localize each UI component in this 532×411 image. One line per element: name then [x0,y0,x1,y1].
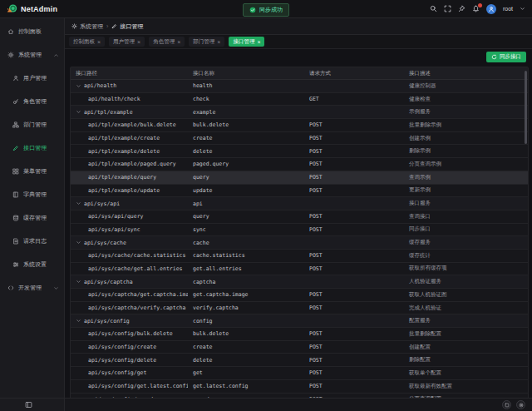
tab-item-active[interactable]: 接口管理× [229,37,264,47]
fullscreen-icon[interactable] [444,5,451,12]
api-description: 查询接口 [409,213,431,220]
table-row[interactable]: api/tpl/example/updateupdatePOST更新示例 [71,185,528,198]
tab-label: 接口管理 [233,38,254,46]
api-description: 批量删除示例 [409,121,441,129]
app-title: NetAdmin [21,5,57,13]
tab-item[interactable]: 部门管理× [189,37,224,47]
sidebar-item-user[interactable]: 用户管理 [0,67,64,90]
row-collapse-caret-icon[interactable] [76,240,81,245]
api-description: 获取人机验证图 [409,291,447,299]
tab-close-icon[interactable]: × [257,39,260,45]
tab-item[interactable]: 角色管理× [149,37,185,47]
sidebar-item-org[interactable]: 部门管理 [0,113,64,136]
tab-label: 部门管理 [193,38,214,46]
pencil-icon [111,23,117,29]
user-avatar[interactable] [486,4,496,14]
row-collapse-caret-icon[interactable] [76,201,81,206]
table-row[interactable]: api/sys/cache/cache.statisticscache.stat… [71,250,528,263]
tab-close-icon[interactable]: × [97,39,101,45]
fab-layout-button[interactable] [502,400,511,409]
api-name: api [193,201,203,207]
row-collapse-caret-icon[interactable] [76,318,81,324]
tab-item[interactable]: 用户管理× [109,37,145,47]
sidebar-item-sliders[interactable]: 系统设置 [0,253,64,276]
table-row[interactable]: api/tpl/example/createcreatePOST创建示例 [71,132,528,146]
tab-bar: 控制面板×用户管理×角色管理×部门管理×接口管理× [65,35,532,49]
column-header-desc: 接口描述 [404,70,528,77]
table-row[interactable]: api/sys/config/get.latest.configget.late… [71,380,528,394]
table-row[interactable]: api/tpl/example/paged.querypaged.queryPO… [71,158,528,171]
table-row[interactable]: api/healthhealth健康控制器 [71,80,528,93]
sidebar-item-home[interactable]: 控制面板 [0,20,64,43]
table-row[interactable]: api/sys/config/bulk.deletebulk.deletePOS… [71,328,528,341]
table-row[interactable]: api/sys/captchacaptcha人机验证服务 [71,275,528,289]
api-name: paged.query [193,161,229,167]
table-row[interactable]: api/tpl/example/bulk.deletebulk.deletePO… [71,119,528,132]
api-name: delete [193,357,212,364]
api-method: POST [309,265,323,272]
sidebar-item-gear[interactable]: 系统管理 [0,43,64,67]
api-name: config [193,318,212,324]
api-method: POST [309,369,323,376]
row-collapse-caret-icon[interactable] [76,109,81,115]
table-row[interactable]: api/sys/captcha/verify.captchaverify.cap… [71,302,528,315]
api-description: 示例服务 [409,108,431,116]
tab-close-icon[interactable]: × [177,39,180,45]
gear-icon [7,52,14,58]
refresh-icon [491,54,497,60]
app-logo[interactable]: NetAdmin [7,3,57,14]
api-name: captcha [193,279,215,285]
sidebar-item-code[interactable]: 开发管理 [0,276,64,300]
sidebar-item-database[interactable]: 缓存管理 [0,206,64,230]
table-row[interactable]: api/sys/cache/get.all.entriesget.all.ent… [71,263,528,276]
grid-icon [12,168,19,175]
table-header-row: 接口路径 接口名称 请求方式 接口描述 [71,67,528,80]
sidebar-item-key[interactable]: 角色管理 [0,90,64,113]
api-path: api/sys/captcha/verify.captcha [88,305,185,311]
search-icon[interactable] [430,5,437,12]
table-row[interactable]: api/sys/cachecache缓存服务 [71,236,528,250]
table-row[interactable]: api/sys/config/createcreatePOST创建配置 [71,341,528,354]
api-path: api/tpl/example/paged.query [88,161,176,167]
breadcrumb-item[interactable]: 接口管理 [111,22,143,31]
user-menu-chevron-down-icon[interactable] [520,6,525,12]
tab-close-icon[interactable]: × [137,39,140,45]
breadcrumb-item[interactable]: 系统管理 [71,22,103,31]
table-row[interactable]: api/tpl/example/deletedeletePOST删除示例 [71,145,528,158]
table-row[interactable]: api/sys/captcha/get.captcha.imageget.cap… [71,289,528,302]
table-row[interactable]: api/sys/apiapi接口服务 [71,197,528,210]
sidebar-item-label: 菜单管理 [23,167,47,176]
tab-item[interactable]: 控制面板× [69,37,105,47]
book-icon [12,191,19,198]
notifications-bell-icon[interactable] [472,5,480,12]
api-description: 更新示例 [409,186,431,194]
sidebar-item-document[interactable]: 请求日志 [0,230,64,253]
api-name: sync [193,226,206,233]
collapse-sidebar-icon[interactable] [25,401,32,409]
api-description: 健康控制器 [409,82,436,90]
row-collapse-caret-icon[interactable] [76,279,81,285]
table-row[interactable]: api/health/checkcheckGET健康检查 [71,93,528,106]
fab-settings-button[interactable] [516,400,525,409]
current-user-name[interactable]: root [503,6,513,12]
api-path: api/sys/cache/cache.statistics [88,252,185,259]
row-collapse-caret-icon[interactable] [76,83,81,89]
table-row[interactable]: api/sys/config/getgetPOST获取单个配置 [71,367,528,380]
table-row[interactable]: api/tpl/exampleexample示例服务 [71,106,528,119]
api-name: verify.captcha [193,305,239,311]
table-row[interactable]: api/sys/api/queryqueryPOST查询接口 [71,210,528,224]
sidebar: 控制面板系统管理用户管理角色管理部门管理接口管理菜单管理字典管理缓存管理请求日志… [0,18,65,398]
api-name: check [193,96,209,102]
table-row[interactable]: api/sys/config/deletedeletePOST删除配置 [71,354,528,367]
sync-api-button[interactable]: 同步接口 [486,52,526,62]
table-row[interactable]: api/sys/configconfig配置服务 [71,314,528,328]
sidebar-item-grid[interactable]: 菜单管理 [0,160,64,183]
table-scrollbar[interactable] [525,71,527,144]
pin-icon[interactable] [458,5,466,12]
table-row[interactable]: api/tpl/example/queryqueryPOST查询示例 [71,171,528,185]
sidebar-item-book[interactable]: 字典管理 [0,183,64,206]
sidebar-item-pencil[interactable]: 接口管理 [0,136,64,160]
tab-close-icon[interactable]: × [217,39,220,45]
org-icon [12,121,19,128]
table-row[interactable]: api/sys/api/syncsyncPOST同步接口 [71,224,528,237]
